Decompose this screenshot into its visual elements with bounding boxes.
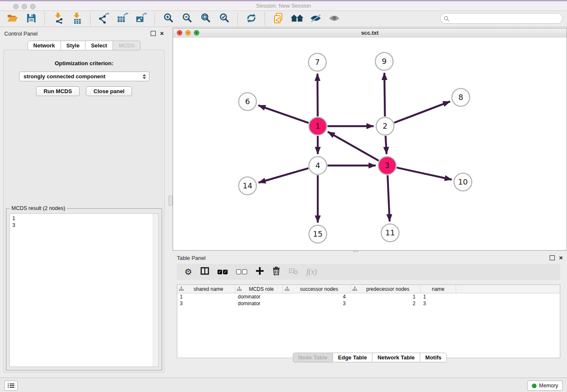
graph-node-label: 1 (315, 121, 320, 130)
tab-edge-table[interactable]: Edge Table (333, 353, 372, 362)
close-panel-icon[interactable]: × (559, 255, 563, 261)
export-network-button[interactable] (95, 12, 113, 26)
eye-icon (328, 14, 340, 24)
edge-4-14[interactable] (259, 168, 308, 182)
tab-select[interactable]: Select (85, 41, 113, 50)
graph-node-label: 6 (245, 97, 250, 106)
table-tabs: Node Table Edge Table Network Table Moti… (173, 353, 567, 362)
network-title: scc.txt (173, 30, 567, 36)
toolbar-separator (154, 13, 155, 25)
mcds-result-area: 1 3 (9, 213, 159, 367)
edge-2-9[interactable] (384, 73, 385, 116)
add-column-icon[interactable] (256, 267, 264, 277)
zoom-fit-button[interactable] (196, 12, 215, 26)
float-panel-icon[interactable] (550, 255, 555, 260)
deselect-all-checkboxes-icon[interactable] (236, 269, 247, 274)
table-header-row: shared name MCDS role successor nodes pr… (177, 285, 560, 293)
export-image-button[interactable] (132, 12, 151, 26)
main-titlebar: Session: New Session (0, 0, 567, 11)
graph-node-label: 7 (315, 58, 319, 66)
first-neighbors-button[interactable] (288, 12, 306, 26)
column-header-shared-name[interactable]: shared name (177, 285, 235, 293)
edge-3-11[interactable] (388, 175, 390, 221)
graph-node-label: 9 (382, 57, 386, 66)
houses-icon (291, 14, 303, 25)
list-icon (8, 383, 14, 388)
graph-svg: 7968124314101511 (173, 38, 567, 250)
tab-motifs[interactable]: Motifs (420, 353, 447, 362)
hide-selected-button[interactable] (306, 12, 325, 26)
function-builder-icon: f(x) (306, 268, 317, 276)
search-input[interactable] (440, 13, 563, 24)
memory-status-icon (532, 384, 537, 388)
open-file-button[interactable] (3, 12, 22, 26)
edge-3-1[interactable] (328, 132, 379, 160)
tab-network-table[interactable]: Network Table (372, 353, 420, 362)
mcds-result-text[interactable]: 1 3 (10, 214, 153, 367)
column-header-successor-nodes[interactable]: successor nodes (283, 285, 351, 293)
network-window-titlebar: × − + scc.txt (173, 28, 567, 38)
run-mcds-button[interactable]: Run MCDS (36, 86, 80, 96)
tab-network[interactable]: Network (28, 41, 61, 50)
vertical-splitter[interactable] (168, 28, 173, 378)
column-header-predecessor-nodes[interactable]: predecessor nodes (351, 285, 421, 293)
table-row[interactable]: 3 dominator 3 2 3 (177, 300, 560, 307)
network-canvas[interactable]: 7968124314101511 (173, 38, 567, 250)
memory-button[interactable]: Memory (527, 381, 563, 391)
toolbar-separator (237, 13, 238, 25)
gear-icon[interactable]: ⚙ (184, 268, 192, 276)
graph-node-label: 4 (315, 161, 320, 170)
export-table-button[interactable] (113, 12, 132, 26)
duplicate-network-button[interactable] (269, 12, 288, 26)
splitter-grip[interactable] (168, 196, 173, 206)
criterion-value: strongly connected component (19, 73, 141, 80)
tab-style[interactable]: Style (61, 41, 85, 50)
apply-layout-button[interactable] (242, 12, 261, 26)
duplicate-network-icon (273, 13, 284, 25)
edge-1-6[interactable] (258, 105, 308, 123)
zoom-selected-button[interactable] (215, 12, 234, 26)
save-session-button[interactable] (22, 12, 41, 26)
edge-1-7[interactable] (317, 74, 318, 116)
column-header-name[interactable]: name (421, 285, 456, 293)
graph-node-label: 11 (385, 228, 395, 237)
mcds-result-group: MCDS result (2 nodes) 1 3 (6, 208, 162, 370)
export-table-icon (117, 13, 129, 25)
import-network-icon (53, 13, 64, 25)
tree-icon (352, 287, 357, 291)
column-header-mcds-role[interactable]: MCDS role (235, 285, 283, 293)
close-panel-icon[interactable]: × (160, 30, 164, 36)
result-scrollbar[interactable] (153, 214, 158, 367)
graph-node-label: 10 (458, 177, 468, 186)
export-image-icon (135, 13, 147, 25)
table-panel-header: Table Panel × (173, 252, 567, 263)
graph-node-label: 14 (243, 181, 253, 190)
toolbar-separator (90, 13, 91, 25)
edge-3-10[interactable] (396, 168, 451, 179)
import-table-icon (72, 13, 83, 25)
table-row[interactable]: 1 dominator 4 1 1 (177, 293, 560, 300)
edge-2-3[interactable] (385, 136, 386, 154)
criterion-dropdown[interactable]: strongly connected component (19, 72, 149, 81)
zoom-out-button[interactable] (178, 12, 196, 26)
close-panel-button[interactable]: Close panel (86, 86, 132, 96)
eye-slash-icon (310, 14, 322, 25)
zoom-in-icon (163, 13, 174, 25)
import-table-button[interactable] (68, 12, 86, 26)
graph-node-label: 8 (458, 93, 463, 102)
tab-node-table[interactable]: Node Table (293, 353, 333, 362)
edge-2-8[interactable] (394, 102, 450, 123)
zoom-in-button[interactable] (159, 12, 178, 26)
zoom-fit-icon (200, 13, 211, 25)
select-all-checkboxes-icon[interactable]: ✓✓ (217, 270, 228, 274)
show-all-button[interactable] (325, 12, 344, 26)
refresh-icon (246, 13, 256, 25)
task-history-button[interactable] (4, 381, 18, 391)
status-bar: Memory (0, 378, 567, 392)
columns-icon[interactable] (201, 267, 209, 276)
tab-mcds[interactable]: MCDS (113, 41, 140, 50)
delete-column-icon[interactable] (272, 267, 280, 277)
import-network-button[interactable] (49, 12, 68, 26)
search-field (440, 13, 563, 24)
float-panel-icon[interactable] (151, 31, 156, 36)
